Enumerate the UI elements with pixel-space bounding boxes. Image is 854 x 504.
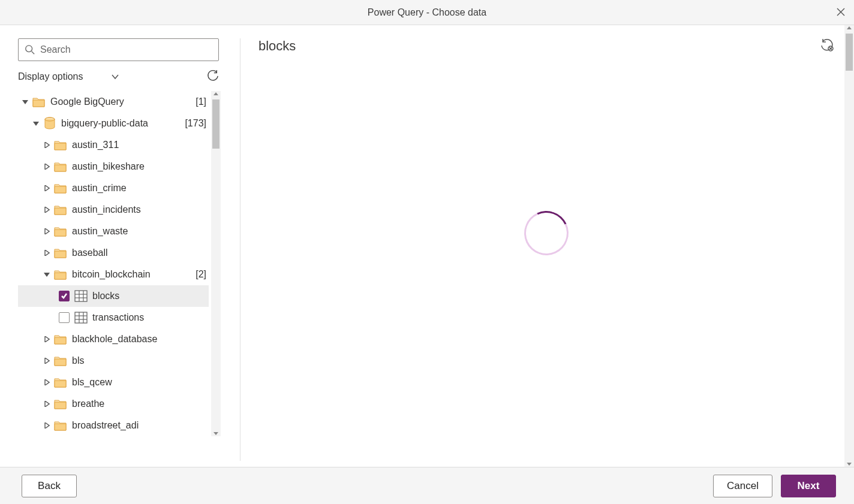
folder-icon [54,246,67,259]
folder-icon [54,333,67,346]
twisty-collapsed-icon[interactable] [43,357,50,364]
tree-node-dataset[interactable]: austin_crime [18,177,209,199]
scroll-down-icon[interactable] [846,461,852,467]
twisty-collapsed-icon[interactable] [43,336,50,343]
tree-node-label: bls [72,355,209,366]
twisty-expanded-icon[interactable] [22,98,29,105]
tree-node-label: breathe [72,399,209,409]
checkbox-checked[interactable] [59,291,70,301]
search-box[interactable] [18,38,219,61]
navigator-tree[interactable]: Google BigQuery [1] bigquery-public-data… [18,91,209,436]
tree-node-count: [1] [196,96,206,107]
tree-node-label: austin_311 [72,140,209,150]
scrollbar-thumb[interactable] [846,34,853,71]
tree-node-label: transactions [92,312,209,323]
chevron-down-icon[interactable] [111,73,119,81]
folder-icon [54,160,67,173]
twisty-collapsed-icon[interactable] [43,141,50,149]
twisty-collapsed-icon[interactable] [43,422,50,429]
folder-icon [54,419,67,432]
close-button[interactable] [834,5,848,19]
twisty-expanded-icon[interactable] [43,271,50,278]
tree-container: Google BigQuery [1] bigquery-public-data… [18,91,221,436]
database-icon [43,117,56,130]
folder-icon [54,397,67,411]
tree-node-label: blocks [92,291,209,301]
tree-node-label: bitcoin_blockchain [72,269,192,280]
twisty-expanded-icon[interactable] [32,120,40,127]
tree-node-count: [2] [196,269,206,280]
preview-body [258,54,834,461]
dialog-footer: Back Cancel Next [0,467,854,504]
table-icon [74,311,88,324]
dialog-body: Display options Google BigQuery [1] bigq [0,25,854,467]
tree-node-table-selected[interactable]: blocks [18,285,209,307]
tree-node-project[interactable]: bigquery-public-data [173] [18,113,209,134]
folder-icon [54,203,67,216]
display-options-button[interactable]: Display options [18,71,106,82]
tree-node-dataset[interactable]: austin_311 [18,134,209,156]
search-input[interactable] [40,44,212,55]
checkbox-unchecked[interactable] [59,312,70,323]
scrollbar-thumb[interactable] [212,99,219,149]
svg-line-10 [32,52,35,55]
spinner-icon [518,204,575,261]
tree-node-label: austin_waste [72,226,209,237]
tree-node-dataset[interactable]: breathe [18,393,209,415]
scroll-up-icon[interactable] [846,25,852,31]
twisty-collapsed-icon[interactable] [43,206,50,213]
twisty-collapsed-icon[interactable] [43,379,50,386]
twisty-collapsed-icon[interactable] [43,400,50,408]
preview-panel: blocks [240,25,854,467]
tree-node-dataset[interactable]: broadstreet_adi [18,415,209,436]
navigator-panel: Display options Google BigQuery [1] bigq [0,25,240,467]
folder-icon [54,354,67,367]
tree-node-dataset[interactable]: austin_waste [18,221,209,242]
svg-point-9 [26,46,32,52]
tree-node-label: broadstreet_adi [72,420,209,431]
tree-node-label: austin_bikeshare [72,161,209,172]
preview-header: blocks [258,38,834,54]
refresh-tree-button[interactable] [207,70,219,84]
folder-icon [54,225,67,238]
folder-icon [54,182,67,195]
tree-node-dataset[interactable]: bls_qcew [18,372,209,393]
twisty-collapsed-icon[interactable] [43,228,50,235]
tree-node-dataset-open[interactable]: bitcoin_blockchain [2] [18,264,209,285]
tree-node-dataset[interactable]: bls [18,350,209,372]
title-bar: Power Query - Choose data [0,0,854,25]
refresh-preview-button[interactable] [820,38,834,54]
search-icon [25,44,35,55]
tree-scrollbar[interactable] [211,91,221,436]
tree-node-label: baseball [72,248,209,258]
tree-node-label: blackhole_database [72,334,209,345]
tree-node-table[interactable]: transactions [18,307,209,328]
folder-icon [54,376,67,389]
tree-node-label: bigquery-public-data [61,118,181,129]
tree-node-label: austin_crime [72,183,209,194]
cancel-button-label: Cancel [727,480,759,492]
back-button-label: Back [38,480,61,492]
tree-node-root[interactable]: Google BigQuery [1] [18,91,209,113]
close-icon [837,8,845,16]
twisty-collapsed-icon[interactable] [43,185,50,192]
folder-icon [32,95,46,108]
tree-node-dataset[interactable]: austin_incidents [18,199,209,221]
back-button[interactable]: Back [22,475,77,497]
table-icon [74,289,88,303]
twisty-collapsed-icon[interactable] [43,163,50,170]
tree-node-dataset[interactable]: blackhole_database [18,328,209,350]
tree-node-label: austin_incidents [72,204,209,215]
preview-scrollbar[interactable] [844,25,854,467]
loading-spinner [524,211,569,255]
scroll-down-icon[interactable] [213,430,219,436]
cancel-button[interactable]: Cancel [713,475,772,497]
next-button[interactable]: Next [781,475,836,497]
folder-icon [54,268,67,281]
tree-node-label: bls_qcew [72,377,209,388]
twisty-collapsed-icon[interactable] [43,249,50,256]
tree-node-dataset[interactable]: austin_bikeshare [18,156,209,177]
tree-node-dataset[interactable]: baseball [18,242,209,264]
scroll-up-icon[interactable] [213,91,219,97]
preview-title: blocks [258,38,296,54]
